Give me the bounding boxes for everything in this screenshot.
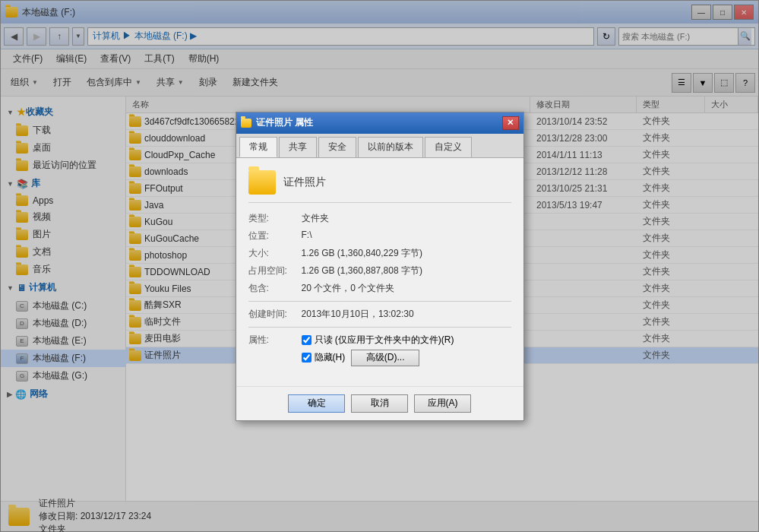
properties-dialog: 证件照片 属性 ✕ 常规 共享 安全 以前的版本 自定义 证件照片 类型: 文件… [236, 112, 524, 421]
dialog-title-text: 证件照片 属性 [241, 116, 313, 129]
dialog-separator [248, 301, 511, 302]
tab-previous-versions[interactable]: 以前的版本 [358, 137, 423, 157]
tab-customize[interactable]: 自定义 [425, 137, 472, 157]
attrs-label: 属性: [248, 334, 302, 347]
apply-button[interactable]: 应用(A) [414, 394, 471, 413]
type-value: 文件夹 [302, 212, 329, 225]
contains-label: 包含: [248, 282, 302, 295]
hidden-row: 隐藏(H) 高级(D)... [302, 350, 454, 366]
dialog-title-icon [241, 119, 251, 128]
advanced-button[interactable]: 高级(D)... [351, 350, 419, 366]
dialog-info-size: 大小: 1.26 GB (1,360,840,229 字节) [248, 247, 511, 260]
attrs-controls: 只读 (仅应用于文件夹中的文件)(R) 隐藏(H) 高级(D)... [302, 334, 454, 369]
dialog-info-location: 位置: F:\ [248, 230, 511, 242]
readonly-label: 只读 (仅应用于文件夹中的文件)(R) [315, 334, 454, 347]
dialog-tabs: 常规 共享 安全 以前的版本 自定义 [236, 134, 523, 158]
hidden-checkbox[interactable] [302, 353, 312, 363]
tab-general[interactable]: 常规 [239, 137, 277, 157]
dialog-title-bar: 证件照片 属性 ✕ [236, 112, 523, 134]
dialog-info-size-on-disk: 占用空间: 1.26 GB (1,360,887,808 字节) [248, 264, 511, 277]
dialog-separator-2 [248, 327, 511, 328]
hidden-checkbox-wrap: 隐藏(H) [302, 351, 346, 364]
type-label: 类型: [248, 212, 302, 225]
cancel-button[interactable]: 取消 [351, 394, 408, 413]
size-value: 1.26 GB (1,360,840,229 字节) [302, 247, 422, 260]
contains-value: 20 个文件，0 个文件夹 [302, 282, 395, 295]
dialog-info-table: 类型: 文件夹 位置: F:\ 大小: 1.26 GB (1,360,840,2… [248, 212, 511, 369]
created-value: 2013年10月10日，13:02:30 [302, 308, 414, 321]
dialog-info-contains: 包含: 20 个文件，0 个文件夹 [248, 282, 511, 295]
tab-security[interactable]: 安全 [318, 137, 356, 157]
hidden-label: 隐藏(H) [315, 351, 346, 364]
dialog-close-button[interactable]: ✕ [502, 116, 519, 130]
readonly-row: 只读 (仅应用于文件夹中的文件)(R) [302, 334, 454, 347]
dialog-info-type: 类型: 文件夹 [248, 212, 511, 225]
dialog-body: 证件照片 类型: 文件夹 位置: F:\ 大小: 1.26 GB (1,360,… [236, 158, 523, 386]
size-label: 大小: [248, 247, 302, 260]
dialog-title: 证件照片 属性 [256, 116, 313, 129]
ok-button[interactable]: 确定 [288, 394, 345, 413]
dialog-overlay: 证件照片 属性 ✕ 常规 共享 安全 以前的版本 自定义 证件照片 类型: 文件… [0, 0, 759, 532]
dialog-folder-big-icon [248, 170, 276, 195]
readonly-checkbox-wrap: 只读 (仅应用于文件夹中的文件)(R) [302, 334, 454, 347]
created-label: 创建时间: [248, 308, 302, 321]
tab-share[interactable]: 共享 [279, 137, 317, 157]
size-on-disk-label: 占用空间: [248, 264, 302, 277]
dialog-info-attrs: 属性: 只读 (仅应用于文件夹中的文件)(R) 隐藏(H) [248, 334, 511, 369]
readonly-checkbox[interactable] [302, 335, 312, 345]
dialog-folder-row: 证件照片 [248, 170, 511, 203]
dialog-footer: 确定 取消 应用(A) [236, 386, 523, 420]
location-label: 位置: [248, 230, 302, 242]
size-on-disk-value: 1.26 GB (1,360,887,808 字节) [302, 264, 422, 277]
location-value: F:\ [302, 230, 312, 240]
dialog-info-created: 创建时间: 2013年10月10日，13:02:30 [248, 308, 511, 321]
dialog-folder-name: 证件照片 [283, 176, 326, 189]
